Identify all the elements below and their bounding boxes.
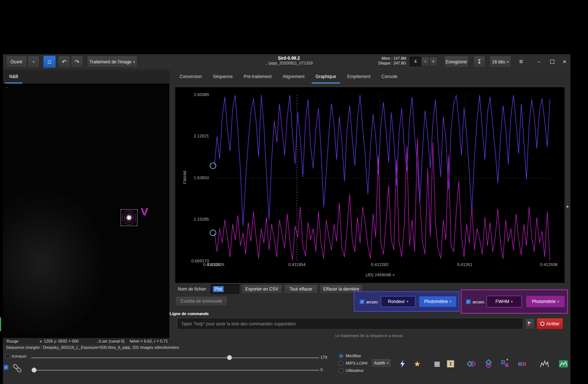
- mirror-x-button[interactable]: [465, 358, 478, 370]
- light-curve-button[interactable]: Courbe de luminosité: [175, 296, 227, 306]
- tab-empilement[interactable]: Empilement: [342, 70, 376, 84]
- source-dropdown-blue[interactable]: Photométrie ▾: [419, 296, 456, 307]
- source-dropdown-purple[interactable]: Photométrie ▾: [526, 296, 565, 307]
- x-tick-0: 0.411626: [195, 262, 228, 267]
- star-detection-button[interactable]: ★: [411, 358, 423, 370]
- tab-graphique[interactable]: Graphique: [310, 70, 342, 84]
- channels-preview-icon: [559, 359, 568, 368]
- clear-all-button[interactable]: Tout effacer: [284, 284, 318, 294]
- memory-usage: Mem : 147.8M: [359, 56, 406, 61]
- chevron-down-icon: ▾: [507, 60, 509, 64]
- check-icon: ✓: [4, 366, 7, 369]
- close-icon: ×: [563, 58, 566, 66]
- sequence-value: Deepsky_000116_L_Exposure=500.0ms_6_pipp…: [43, 345, 179, 350]
- menu-button[interactable]: ≡: [515, 56, 527, 68]
- tab-conversion-label: Conversion: [180, 74, 202, 79]
- frame-plus-button[interactable]: +: [429, 57, 437, 66]
- maximize-icon: [550, 60, 554, 64]
- redo-button[interactable]: ↷: [71, 56, 83, 68]
- y-tick-2: 1.63653: [177, 176, 209, 180]
- image-processing-button[interactable]: Traitement de l'image ▾: [87, 56, 137, 68]
- tab-nb[interactable]: N&B: [4, 70, 24, 84]
- grid-compositing-button[interactable]: ▦: [431, 358, 443, 370]
- undo-button[interactable]: ↶: [58, 56, 70, 68]
- tab-pretraitement[interactable]: Pré-traitement: [238, 70, 277, 84]
- filename-input[interactable]: Plot: [211, 284, 239, 294]
- arcsec-checkbox-purple[interactable]: ✓: [466, 299, 471, 304]
- lo-cutoff-slider-thumb[interactable]: [32, 368, 37, 373]
- metric-blue-label: Rondeur: [388, 299, 405, 304]
- metric-dropdown-purple[interactable]: FWHM ▾: [486, 296, 522, 307]
- stretch-mode-dropdown[interactable]: Asinh ▾: [371, 358, 392, 368]
- stop-button[interactable]: Arrêter: [537, 318, 563, 329]
- bit-depth-dropdown[interactable]: 16 bits ▾: [489, 56, 511, 68]
- arcsec-checkbox-blue[interactable]: ✓: [360, 299, 364, 304]
- y-tick-3: 1.15285: [177, 217, 209, 221]
- hi-cutoff-slider[interactable]: [31, 357, 319, 358]
- fwhm-point-marker[interactable]: [210, 163, 216, 169]
- mirror-y-icon: [484, 359, 493, 369]
- chevron-down-icon: ▾: [450, 300, 452, 303]
- minimize-icon: −: [537, 59, 540, 65]
- chevron-down-icon: ▾: [133, 60, 135, 64]
- mips-radio[interactable]: [339, 361, 343, 366]
- statistics-button[interactable]: [538, 358, 551, 370]
- lo-cutoff-slider[interactable]: [31, 370, 319, 371]
- export-csv-button[interactable]: Exporter en CSV: [241, 284, 282, 294]
- tab-sequence[interactable]: Séquence: [207, 70, 238, 84]
- bit-depth-label: 16 bits: [492, 59, 505, 64]
- command-dialog-icon: [528, 321, 532, 326]
- tab-graphique-label: Graphique: [316, 74, 336, 79]
- single-frame-button[interactable]: 1: [444, 358, 457, 370]
- frame-one-icon: 1: [447, 360, 454, 368]
- chevron-down-icon: ▾: [33, 60, 34, 64]
- star-glow: [125, 214, 133, 221]
- frame-number-field[interactable]: 4: [410, 57, 421, 66]
- save-as-button[interactable]: ↧: [473, 56, 485, 68]
- tab-empilement-label: Empilement: [347, 74, 370, 79]
- tab-conversion[interactable]: Conversion: [174, 70, 207, 84]
- frame-minus-button[interactable]: −: [421, 57, 429, 66]
- x-tick-2: 0.412282: [363, 262, 396, 267]
- truncate-checkbox[interactable]: [5, 354, 10, 359]
- channel-indicator: Rouge: [7, 339, 18, 343]
- filename-label: Nom de fichier :: [178, 287, 209, 292]
- maximize-button[interactable]: [545, 56, 559, 68]
- rondeur-point-marker[interactable]: [210, 230, 216, 236]
- hi-cutoff-slider-thumb[interactable]: [227, 355, 232, 360]
- app-title: Siril-0.99.2: [230, 56, 348, 61]
- save-button[interactable]: Enregistrer: [444, 56, 469, 68]
- rgb-composition-button[interactable]: R B ★: [499, 358, 511, 370]
- x-tick-4: 0.412938: [532, 262, 565, 267]
- lightning-icon: [399, 360, 406, 368]
- fwhm-series-line: [214, 95, 550, 226]
- tab-console[interactable]: Console: [376, 70, 403, 84]
- sequence-label: Séquence chargée :: [6, 345, 42, 350]
- link-channels-checkbox[interactable]: ✓: [4, 365, 8, 370]
- user-radio[interactable]: [339, 368, 343, 373]
- close-button[interactable]: ×: [559, 56, 570, 68]
- current-file: ...0.ser (canal 0): [95, 339, 124, 343]
- undo-icon: ↶: [62, 59, 67, 65]
- tab-nb-label: N&B: [9, 74, 18, 79]
- minimize-button[interactable]: −: [532, 56, 545, 68]
- open-dropdown-button[interactable]: ▾: [27, 56, 40, 68]
- tab-alignement[interactable]: Alignement: [277, 70, 310, 84]
- minmax-radio-label: Min/Max: [346, 354, 361, 358]
- home-button[interactable]: ⌂: [43, 56, 56, 68]
- image-viewport[interactable]: V: [3, 84, 169, 338]
- command-input[interactable]: [177, 318, 523, 329]
- display-mode-button[interactable]: [557, 358, 570, 370]
- command-dialog-button[interactable]: [525, 318, 535, 329]
- link-icon[interactable]: [11, 363, 23, 374]
- plot-canvas[interactable]: [214, 95, 550, 261]
- export-csv-label: Exporter en CSV: [245, 287, 278, 292]
- source-blue-label: Photométrie: [424, 299, 448, 304]
- open-button[interactable]: Ouvrir: [6, 56, 27, 68]
- mirror-text-button[interactable]: RЯ: [516, 358, 528, 370]
- metric-dropdown-blue[interactable]: Rondeur ▾: [381, 296, 415, 307]
- minmax-radio[interactable]: [339, 354, 343, 358]
- autostretch-button[interactable]: [396, 358, 409, 370]
- mirror-y-button[interactable]: [482, 358, 495, 370]
- panel-expander[interactable]: ▸: [567, 204, 569, 209]
